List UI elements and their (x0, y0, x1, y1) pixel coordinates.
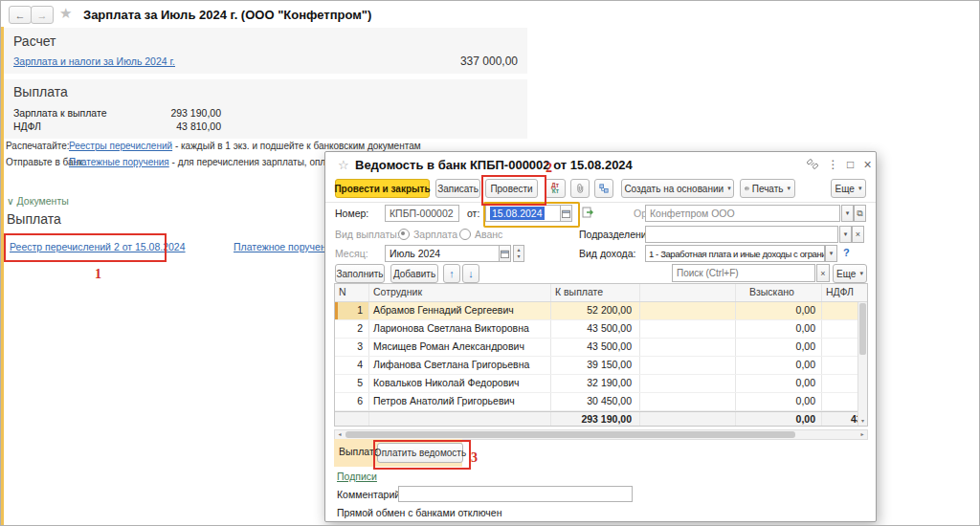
page-title: Зарплата за Июль 2024 г. (ООО "Конфетпро… (83, 8, 371, 22)
comment-input[interactable] (398, 486, 633, 502)
number-field[interactable]: КПБП-000002 (385, 205, 459, 222)
organization-dropdown-icon[interactable]: ▾ (841, 205, 854, 222)
post-button[interactable]: Провести (485, 179, 538, 198)
radio-salary[interactable]: Зарплата (398, 229, 457, 240)
col-employee[interactable]: Сотрудник (369, 284, 551, 301)
payment-order-document-link[interactable]: Платежное поручение (234, 241, 337, 252)
table-row[interactable]: 2Ларионова Светлана Викторовна43 500,000… (335, 320, 867, 339)
cell-n: 6 (335, 393, 369, 410)
app-window: ← → ★ Зарплата за Июль 2024 г. (ООО "Кон… (0, 0, 980, 526)
month-spinner[interactable]: ▴ ▾ (513, 245, 524, 262)
vertical-scrollbar-thumb[interactable] (859, 303, 866, 355)
cell-gap (640, 375, 736, 392)
print-button[interactable]: Печать▾ (740, 179, 795, 198)
save-button[interactable]: Записать (435, 179, 480, 198)
table-row[interactable]: 4Лифанова Светлана Григорьевна39 150,000… (335, 357, 867, 375)
table-row[interactable]: 1Абрамов Геннадий Сергеевич52 200,000,00 (335, 302, 867, 320)
search-input[interactable] (672, 264, 815, 282)
fill-button[interactable]: Заполнить (335, 264, 385, 283)
close-icon[interactable]: × (860, 157, 875, 171)
bank-exchange-status: Прямой обмен с банками отключен (337, 507, 501, 518)
organization-open-icon[interactable]: ⧉ (854, 205, 866, 222)
dropdown-caret-icon: ▾ (858, 185, 862, 192)
table-row[interactable]: 5Ковальков Николай Федорович32 190,000,0… (335, 375, 867, 393)
month-calendar-icon[interactable] (499, 245, 511, 262)
department-field[interactable] (645, 226, 838, 243)
cell-pay: 39 150,00 (551, 357, 640, 374)
month-field[interactable]: Июль 2024 (385, 245, 500, 262)
col-collected[interactable]: Взыскано (736, 284, 822, 301)
favorite-star-icon[interactable]: ★ (59, 5, 72, 22)
maximize-icon[interactable]: □ (843, 157, 858, 171)
print-line: Распечатайте:Реестры перечислений - кажд… (6, 141, 421, 151)
table-row[interactable]: 3Мясищев Роман Александрович43 500,000,0… (335, 339, 867, 357)
col-ndfl[interactable]: НДФЛ (822, 284, 859, 301)
cell-n: 2 (335, 320, 369, 338)
date-calendar-icon[interactable] (560, 205, 572, 222)
registers-link[interactable]: Реестры перечислений (69, 141, 172, 151)
dialog-favorite-star-icon[interactable]: ☆ (338, 158, 349, 172)
bank-statement-dialog: ☆ Ведомость в банк КПБП-000002 от 15.08.… (324, 151, 877, 522)
more-menu-dots-icon[interactable]: ⋮ (826, 157, 840, 171)
cell-ndfl (822, 393, 859, 410)
dtkt-postings-icon[interactable]: ДтКт (545, 179, 566, 198)
total-blank (640, 412, 736, 427)
payment-orders-link[interactable]: Платежные поручения (69, 157, 169, 167)
col-n[interactable]: N (335, 284, 369, 301)
get-link-icon[interactable] (805, 157, 819, 171)
cell-col: 0,00 (736, 302, 822, 319)
documents-payout-heading: Выплата (7, 211, 61, 227)
pay-statement-button[interactable]: Оплатить ведомость (377, 443, 463, 463)
income-dropdown-icon[interactable]: ▾ (825, 245, 837, 262)
bank-line: Отправьте в банк:Платежные поручения - д… (6, 157, 359, 167)
organization-field[interactable]: Конфетпром ООО (645, 205, 840, 222)
signatures-link[interactable]: Подписи (337, 471, 377, 482)
cell-col: 0,00 (736, 375, 822, 392)
dropdown-caret-icon: ▾ (859, 270, 863, 277)
department-clear-icon[interactable]: × (852, 226, 864, 243)
documents-group[interactable]: ∨ Документы (7, 195, 69, 207)
post-and-close-button[interactable]: Провести и закрыть (335, 179, 430, 198)
cell-gap (640, 302, 736, 319)
nav-forward-button[interactable]: → (31, 6, 54, 24)
register-document-link[interactable]: Реестр перечислений 2 от 15.08.2024 (10, 241, 186, 252)
spin-up-icon: ▴ (517, 247, 520, 253)
related-documents-icon[interactable] (594, 179, 613, 198)
radio-advance[interactable]: Аванс (459, 229, 502, 240)
cell-ndfl (822, 302, 859, 319)
scroll-right-icon[interactable]: ▸ (858, 430, 867, 439)
attachments-paperclip-icon[interactable] (570, 179, 590, 198)
col-blank[interactable] (640, 284, 736, 301)
move-down-button[interactable]: ↓ (462, 264, 479, 283)
back-arrow-icon: ← (15, 10, 26, 21)
income-type-field[interactable]: 1 - Заработная плата и иные доходы с огр… (645, 245, 825, 262)
create-based-on-button[interactable]: Создать на основании▾ (621, 179, 734, 198)
employee-table-body: 1Абрамов Геннадий Сергеевич52 200,000,00… (335, 302, 867, 411)
total-n (335, 412, 369, 427)
vertical-scrollbar[interactable]: ▾ (858, 302, 867, 426)
cell-ndfl (822, 375, 859, 392)
add-button[interactable]: Добавить (390, 264, 438, 283)
cell-emp: Лифанова Светлана Григорьевна (369, 357, 551, 374)
cell-gap (640, 339, 736, 356)
col-to-pay[interactable]: К выплате (551, 284, 640, 301)
department-dropdown-icon[interactable]: ▾ (839, 226, 852, 243)
nav-back-button[interactable]: ← (9, 6, 32, 24)
cell-ndfl (822, 357, 859, 374)
salary-taxes-link[interactable]: Зарплата и налоги за Июль 2024 г. (13, 55, 175, 67)
scroll-down-icon[interactable]: ▾ (858, 416, 867, 426)
table-more-button[interactable]: Еще▾ (833, 264, 867, 283)
enter-based-on-icon[interactable] (582, 207, 594, 219)
move-up-button[interactable]: ↑ (443, 264, 460, 283)
scroll-left-icon[interactable]: ◂ (335, 430, 345, 439)
search-clear-icon[interactable]: × (816, 264, 830, 282)
help-icon[interactable]: ? (843, 247, 850, 258)
cell-pay: 30 450,00 (551, 393, 640, 410)
more-button[interactable]: Еще▾ (831, 179, 866, 198)
horizontal-scrollbar-thumb[interactable] (345, 431, 795, 438)
calc-heading: Расчет (13, 33, 56, 49)
date-field[interactable]: 15.08.2024 (485, 205, 561, 222)
cell-col: 0,00 (736, 320, 822, 338)
table-row[interactable]: 6Петров Анатолий Григорьевич30 450,000,0… (335, 393, 867, 411)
dialog-title: Ведомость в банк КПБП-000002 от 15.08.20… (355, 158, 633, 172)
